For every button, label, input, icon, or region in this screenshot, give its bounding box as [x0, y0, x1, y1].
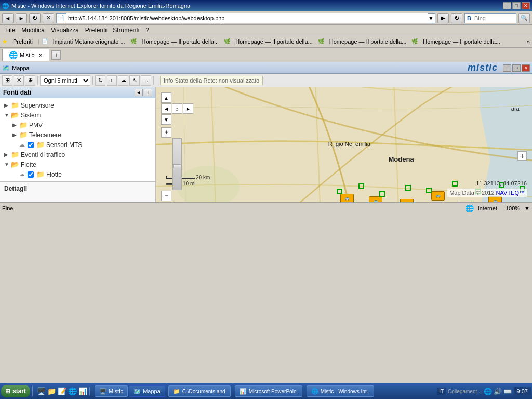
toolbar-pointer-button[interactable]: ↖: [129, 75, 140, 86]
fav-icon-2: 🌿: [130, 38, 137, 44]
zone-text: Internet: [478, 205, 497, 211]
tray-volume-icon[interactable]: 🔊: [494, 388, 502, 395]
refresh-button[interactable]: ↻: [29, 13, 41, 23]
pan-down-button[interactable]: ▼: [161, 114, 171, 125]
tab-mistic[interactable]: 🌐 Mistic ✕: [2, 49, 49, 61]
square-marker: [426, 188, 432, 193]
label-pmv: PMV: [29, 122, 43, 129]
tree-item-telecamere[interactable]: ▶ 📁 Telecamere: [10, 130, 153, 140]
tree-item-supervisore[interactable]: ▶ 📁 Supervisore: [2, 100, 153, 110]
fav-icon-4: 🌿: [318, 38, 324, 44]
fav-item-1[interactable]: Impianti Metano criognato ...: [50, 37, 128, 46]
fav-item-3[interactable]: Homepage — Il portale della...: [232, 37, 316, 46]
fav-more-icon[interactable]: »: [527, 38, 530, 45]
square-marker: [379, 191, 385, 197]
navteq-link[interactable]: NAVTEQ™: [496, 190, 525, 196]
taskbar-item-mappa[interactable]: 🗺️ Mappa: [129, 385, 165, 397]
map-zoom-controls[interactable]: ▲ ◄ ⌂ ► ▼ + −: [161, 92, 193, 201]
ql-icon-2[interactable]: 📁: [47, 387, 56, 395]
restore-button[interactable]: □: [512, 2, 521, 9]
zoom-dropdown-icon[interactable]: ▼: [524, 205, 530, 211]
fav-icon-3: 🌿: [224, 38, 230, 44]
tree-item-flotte-sub[interactable]: ☁ 📁 Flotte: [10, 169, 153, 179]
map-add-overlay-button[interactable]: +: [517, 151, 527, 161]
ql-icon-1[interactable]: 🖥️: [37, 387, 46, 395]
taskbar-item-docs[interactable]: 📁 C:\Documents and S...: [168, 385, 231, 397]
back-button[interactable]: ◄: [2, 13, 14, 23]
ql-icon-3[interactable]: 📝: [58, 387, 66, 395]
menu-preferiti[interactable]: Preferiti: [82, 25, 110, 35]
label-flotte: Flotte: [21, 161, 36, 168]
zoom-slider[interactable]: [172, 138, 182, 190]
pan-home-button[interactable]: ⌂: [172, 103, 182, 114]
pan-up-button[interactable]: ▲: [161, 92, 171, 103]
taskbar-item-powerpoint[interactable]: 📊 Microsoft PowerPoin...: [235, 385, 302, 397]
taskbar-item-ie[interactable]: 🌐 Mistic - Windows Int...: [307, 385, 374, 397]
pan-left-button[interactable]: ◄: [161, 103, 171, 114]
menu-help[interactable]: ?: [143, 25, 153, 35]
zoom-handle[interactable]: [173, 164, 181, 168]
pan-right-button[interactable]: ►: [183, 103, 193, 114]
zoom-out-button[interactable]: −: [161, 191, 171, 201]
stop-button[interactable]: ✕: [43, 13, 54, 23]
tree-item-sistemi[interactable]: ▼ 📂 Sistemi: [2, 110, 153, 120]
ql-icon-4[interactable]: 🌐: [68, 387, 77, 395]
tab-close-icon[interactable]: ✕: [38, 52, 43, 58]
menu-strumenti[interactable]: Strumenti: [110, 25, 142, 35]
tray-keyboard-icon[interactable]: ⌨️: [503, 388, 512, 395]
menu-visualizza[interactable]: Visualizza: [48, 25, 82, 35]
toolbar-zoom-button[interactable]: ⊕: [25, 75, 35, 86]
fav-item-5[interactable]: Homepage — Il portale della...: [420, 37, 503, 46]
go-button[interactable]: ▶: [437, 13, 449, 23]
fav-item-4[interactable]: Homepage — Il portale della...: [326, 37, 410, 46]
mistic-restore-button[interactable]: □: [512, 64, 521, 72]
menu-bar: File Modifica Visualizza Preferiti Strum…: [0, 25, 532, 35]
toolbar-layers-button[interactable]: ⊞: [2, 75, 12, 86]
checkbox-sensori-mts[interactable]: [28, 142, 34, 148]
new-tab-button[interactable]: +: [51, 50, 61, 60]
interval-select[interactable]: Ogni 5 minuti Ogni 1 minuto Ogni 10 minu…: [40, 75, 90, 86]
map-area[interactable]: Modena R_gio Ne_emilia ara Ravenna 🚌 🚌 🚌…: [156, 87, 532, 202]
taskbar-item-mistic[interactable]: 🖥️ Mistic: [95, 385, 128, 397]
square-marker: [358, 183, 364, 189]
zoom-in-button[interactable]: +: [161, 127, 171, 138]
ql-icon-5[interactable]: 📊: [78, 387, 87, 395]
address-dropdown[interactable]: ▼: [428, 15, 434, 21]
label-eventi: Eventi di traffico: [21, 151, 65, 158]
tree-item-sensori-mts[interactable]: ☁ 📁 Sensori MTS: [10, 140, 153, 150]
start-button[interactable]: ⊞ start: [1, 385, 30, 397]
tree-item-flotte[interactable]: ▼ 📂 Flotte: [2, 159, 153, 169]
close-button[interactable]: ✕: [522, 2, 530, 9]
toolbar-add-button[interactable]: +: [107, 75, 117, 86]
menu-modifica[interactable]: Modifica: [18, 25, 48, 35]
fav-item-2[interactable]: Homepage — Il portale della...: [139, 37, 222, 46]
start-label: start: [12, 388, 26, 395]
menu-file[interactable]: File: [2, 25, 18, 35]
mistic-logo: mistic: [468, 62, 498, 73]
checkbox-flotte[interactable]: [28, 171, 34, 178]
details-title: Dettagli: [4, 185, 27, 192]
search-go-button[interactable]: 🔍: [518, 13, 530, 23]
refresh2-button[interactable]: ↻: [451, 13, 462, 23]
minimize-button[interactable]: _: [503, 2, 511, 9]
forward-button[interactable]: ►: [16, 13, 27, 23]
address-input[interactable]: [66, 13, 428, 23]
favorites-label[interactable]: Preferiti: [10, 37, 36, 46]
tree-item-pmv[interactable]: ▶ 📁 PMV: [10, 120, 153, 130]
tree-item-eventi[interactable]: ▶ 📁 Eventi di traffico: [2, 150, 153, 159]
mistic-minimize-button[interactable]: _: [503, 64, 511, 72]
tab-ie-icon: 🌐: [9, 51, 18, 59]
toolbar-select-button[interactable]: ✕: [14, 75, 24, 86]
fonti-dati-title: Fonti dati: [3, 89, 31, 96]
toolbar-cloud-button[interactable]: ☁: [118, 75, 128, 86]
folder-icon-flotte: 📂: [11, 161, 19, 168]
sidebar-collapse-button[interactable]: ◄: [135, 89, 143, 96]
toolbar-refresh-button[interactable]: ↻: [95, 75, 105, 86]
arrow-sistemi: ▼: [4, 112, 9, 118]
toolbar-arrow-button[interactable]: →: [141, 75, 151, 86]
mistic-close-button[interactable]: ✕: [522, 64, 530, 72]
sidebar: Fonti dati ◄ + ▶ 📁 Supervisore ▼ 📂: [0, 87, 156, 202]
sidebar-expand-button[interactable]: +: [144, 89, 152, 96]
nav-bar: ◄ ► ↻ ✕ 📄 ▼ ▶ ↻ B 🔍: [0, 11, 532, 25]
tray-network-icon[interactable]: 🌐: [484, 388, 492, 395]
